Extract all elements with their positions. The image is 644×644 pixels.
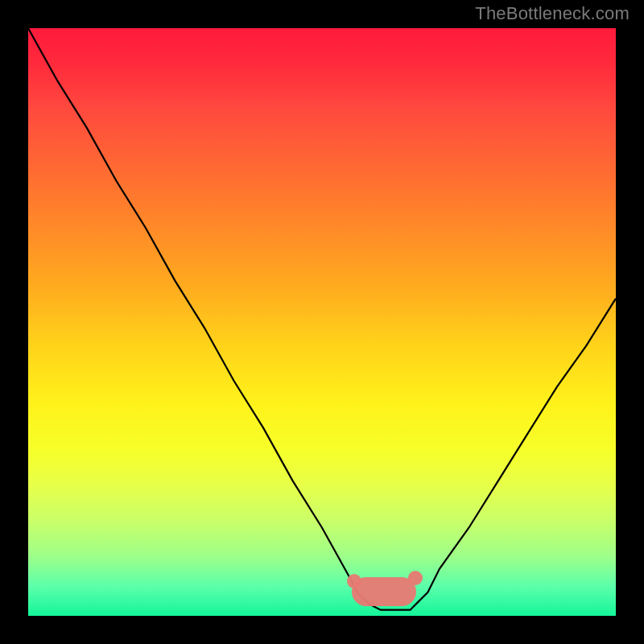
chart-container (28, 28, 616, 616)
optimal-zone-marker (352, 577, 416, 606)
optimal-zone-left-dot (347, 574, 361, 588)
chart-plot-area (28, 28, 616, 616)
curve-svg (28, 28, 616, 616)
bottleneck-curve (28, 28, 616, 610)
watermark-text: TheBottleneck.com (475, 3, 630, 24)
optimal-zone-right-dot (408, 571, 423, 585)
